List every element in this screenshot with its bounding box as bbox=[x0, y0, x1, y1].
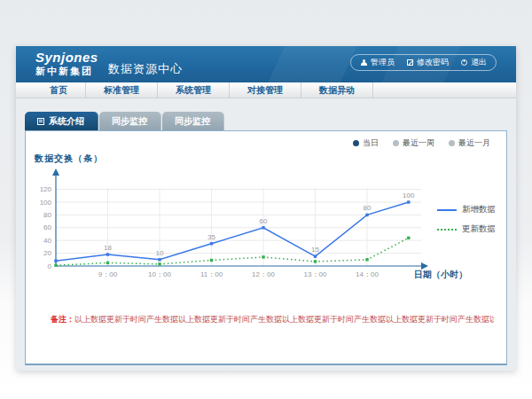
svg-text:18: 18 bbox=[104, 244, 112, 252]
user-name: 管理员 bbox=[371, 57, 395, 68]
tab-label: 同步监控 bbox=[175, 115, 210, 128]
company-logo[interactable]: Synjones 新中新集团 bbox=[35, 51, 98, 76]
radio-last-month[interactable]: 最近一月 bbox=[449, 137, 490, 149]
svg-text:40: 40 bbox=[43, 237, 51, 245]
nav-item-system[interactable]: 系统管理 bbox=[158, 82, 230, 98]
user-menu: 管理员 修改密码 退出 bbox=[350, 54, 497, 71]
logo-text-en: Synjones bbox=[35, 51, 98, 66]
app-window: Synjones 新中新集团 数据资源中心 管理员 修改密码 退出 首页 标准管… bbox=[16, 46, 516, 371]
svg-text:15: 15 bbox=[311, 246, 319, 254]
tab-label: 同步监控 bbox=[112, 115, 147, 128]
footnote-prefix: 备注： bbox=[51, 315, 74, 324]
legend-item-update-data: 更新数据 bbox=[437, 223, 496, 235]
svg-text:120: 120 bbox=[40, 185, 52, 193]
footnote-body: 以上数据更新于时间产生数据以上数据更新于时间产生数据以上数据更新于时间产生数据以… bbox=[74, 315, 494, 324]
logout-button[interactable]: 退出 bbox=[461, 57, 487, 68]
svg-text:11：00: 11：00 bbox=[200, 270, 223, 278]
user-icon bbox=[360, 59, 367, 66]
legend-item-new-data: 新增数据 bbox=[437, 204, 496, 215]
radio-dot bbox=[449, 140, 455, 146]
line-chart: 9：0010：0011：0012：0013：0014：0002040608010… bbox=[26, 165, 508, 285]
grid-icon bbox=[37, 118, 44, 125]
solid-line-icon bbox=[437, 209, 457, 211]
edit-icon bbox=[407, 59, 413, 66]
svg-text:100: 100 bbox=[40, 199, 52, 207]
y-axis-title: 数据交换（条） bbox=[35, 153, 103, 165]
footnote: 备注：以上数据更新于时间产生数据以上数据更新于时间产生数据以上数据更新于时间产生… bbox=[51, 314, 494, 325]
tab-sync-monitor-2[interactable]: 同步监控 bbox=[162, 112, 224, 130]
user-menu-admin[interactable]: 管理员 bbox=[360, 57, 395, 68]
nav-item-connection[interactable]: 对接管理 bbox=[230, 82, 301, 98]
tab-system-intro[interactable]: 系统介绍 bbox=[25, 112, 98, 130]
tab-label: 系统介绍 bbox=[49, 115, 84, 128]
svg-text:80: 80 bbox=[43, 211, 51, 219]
logo-text-cn: 新中新集团 bbox=[35, 66, 98, 76]
radio-label: 当日 bbox=[363, 137, 379, 149]
chart-panel: 当日 最近一周 最近一月 数据交换（条） 9：0010：0011：0012：00… bbox=[25, 130, 507, 365]
legend-label: 新增数据 bbox=[462, 204, 496, 215]
app-header: Synjones 新中新集团 数据资源中心 管理员 修改密码 退出 bbox=[16, 46, 516, 82]
svg-text:9：00: 9：00 bbox=[98, 270, 118, 278]
svg-text:14：00: 14：00 bbox=[356, 270, 379, 278]
svg-text:60: 60 bbox=[260, 217, 268, 225]
nav-item-data-change[interactable]: 数据异动 bbox=[301, 82, 373, 98]
radio-dot bbox=[393, 140, 399, 146]
radio-last-week[interactable]: 最近一周 bbox=[393, 137, 434, 149]
chart-legend: 新增数据 更新数据 bbox=[437, 204, 496, 235]
svg-text:10：00: 10：00 bbox=[148, 270, 171, 278]
radio-dot bbox=[353, 140, 359, 146]
svg-text:日期（小时）: 日期（小时） bbox=[414, 270, 467, 279]
svg-text:0: 0 bbox=[48, 262, 52, 270]
svg-text:20: 20 bbox=[43, 249, 51, 257]
change-password-label: 修改密码 bbox=[417, 57, 449, 68]
logout-label: 退出 bbox=[471, 57, 487, 68]
dotted-line-icon bbox=[437, 229, 457, 231]
svg-text:35: 35 bbox=[207, 233, 215, 241]
logout-icon bbox=[461, 59, 467, 66]
svg-text:80: 80 bbox=[364, 204, 372, 212]
svg-text:60: 60 bbox=[43, 223, 51, 231]
radio-label: 最近一月 bbox=[458, 137, 490, 149]
time-range-filter: 当日 最近一周 最近一月 bbox=[353, 137, 490, 149]
radio-label: 最近一周 bbox=[403, 137, 434, 149]
tab-sync-monitor-1[interactable]: 同步监控 bbox=[99, 112, 161, 130]
page-title: 数据资源中心 bbox=[108, 61, 183, 77]
legend-label: 更新数据 bbox=[462, 223, 496, 235]
svg-text:10: 10 bbox=[156, 249, 164, 257]
nav-item-home[interactable]: 首页 bbox=[32, 82, 86, 98]
main-nav: 首页 标准管理 系统管理 对接管理 数据异动 bbox=[16, 82, 516, 98]
svg-text:13：00: 13：00 bbox=[304, 270, 327, 278]
nav-item-standards[interactable]: 标准管理 bbox=[86, 82, 158, 98]
radio-today[interactable]: 当日 bbox=[353, 137, 379, 149]
change-password-button[interactable]: 修改密码 bbox=[407, 57, 449, 68]
svg-text:12：00: 12：00 bbox=[252, 270, 275, 278]
tab-bar: 系统介绍 同步监控 同步监控 bbox=[25, 112, 225, 130]
svg-text:100: 100 bbox=[403, 192, 415, 200]
